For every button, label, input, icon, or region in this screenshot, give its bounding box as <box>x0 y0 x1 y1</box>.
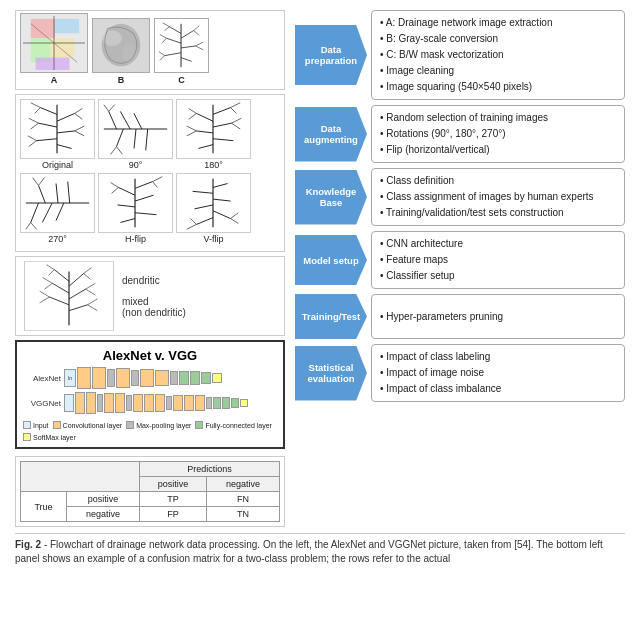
vgg-p3 <box>166 396 172 410</box>
legend-input-label: Input <box>33 422 49 429</box>
legend-pool-label: Max-pooling layer <box>136 422 191 429</box>
vgg-p2 <box>126 395 132 411</box>
content-model-setup: CNN architecture Feature maps Classifier… <box>371 231 625 289</box>
rot-label-180: 180° <box>204 160 223 170</box>
vgg-fc3 <box>231 398 239 408</box>
bullet-se-2: Impact of image noise <box>380 366 616 380</box>
confusion-box: Predictions positive negative True posit… <box>15 456 285 527</box>
top-images: A B <box>15 10 285 90</box>
block-pool1 <box>107 369 115 387</box>
dendritic-img <box>24 261 114 331</box>
rot-label-270: 270° <box>48 234 67 244</box>
bullet-tt-1: Hyper-parameters pruning <box>380 310 616 324</box>
mixed-label: mixed(non dendritic) <box>122 296 186 318</box>
right-panel: Datapreparation A: Drainage network imag… <box>291 10 625 527</box>
block-conv2 <box>92 367 106 389</box>
block-fc1 <box>179 371 189 385</box>
rot-img-hflip <box>98 173 173 233</box>
arrow-model-setup: Model setup <box>291 231 371 289</box>
arrow-shape-statistical-evaluation: Statisticalevaluation <box>295 346 367 401</box>
rot-img-vflip <box>176 173 251 233</box>
pred-positive-header: positive <box>140 477 207 492</box>
svg-point-6 <box>103 31 122 46</box>
legend-input: Input <box>23 421 49 429</box>
bullet-ms-1: CNN architecture <box>380 237 616 251</box>
legend-conv: Convolutional layer <box>53 421 123 429</box>
legend-row: Input Convolutional layer Max-pooling la… <box>23 421 277 441</box>
arrow-shape-model-setup: Model setup <box>295 235 367 285</box>
block-softmax <box>212 373 222 383</box>
block-conv1 <box>77 367 91 389</box>
rot-270: 270° <box>20 173 95 244</box>
vgg-c3 <box>104 393 114 413</box>
image-a <box>20 13 88 73</box>
arrow-data-preparation: Datapreparation <box>291 10 371 100</box>
rot-img-90 <box>98 99 173 159</box>
block-conv5 <box>155 370 169 386</box>
vgg-c4 <box>115 393 125 413</box>
actual-positive-label: positive <box>67 492 140 507</box>
rot-90: 90° <box>98 99 173 170</box>
alexnet-blocks: In <box>64 367 222 389</box>
caption-text: - Flowchart of drainage network data pro… <box>15 539 603 564</box>
rot-hflip: H-flip <box>98 173 173 244</box>
actual-negative-label: negative <box>67 507 140 522</box>
dendritic-box: dendritic mixed(non dendritic) <box>15 256 285 336</box>
block-pool2 <box>131 370 139 386</box>
bullet-ms-2: Feature maps <box>380 253 616 267</box>
bullet-dp-3: C: B/W mask vectorization <box>380 48 616 62</box>
rot-label-90: 90° <box>129 160 143 170</box>
legend-softmax: SoftMax layer <box>23 433 76 441</box>
legend-conv-label: Convolutional layer <box>63 422 123 429</box>
rot-original: Original <box>20 99 95 170</box>
bullet-kb-1: Class definition <box>380 174 616 188</box>
vgg-c1 <box>75 392 85 414</box>
block-conv4 <box>140 369 154 387</box>
block-fc2 <box>190 371 200 385</box>
vgg-c10 <box>195 395 205 411</box>
bullet-da-3: Flip (horizontal/vertical) <box>380 143 616 157</box>
step-statistical-evaluation: Statisticalevaluation Impact of class la… <box>291 344 625 402</box>
vggnet-label: VGGNet <box>23 399 61 408</box>
rot-row-1: Original <box>20 99 280 170</box>
bullet-dp-2: B: Gray-scale conversion <box>380 32 616 46</box>
block-input: In <box>64 369 76 387</box>
confusion-empty <box>21 462 140 492</box>
bullet-dp-4: Image cleaning <box>380 64 616 78</box>
step-training-test: Training/Test Hyper-parameters pruning <box>291 294 625 339</box>
rot-row-2: 270° <box>20 173 280 244</box>
content-statistical-evaluation: Impact of class labeling Impact of image… <box>371 344 625 402</box>
legend-fc-label: Fully-connected layer <box>205 422 272 429</box>
legend-input-color <box>23 421 31 429</box>
block-fc3 <box>201 372 211 384</box>
rot-vflip: V-flip <box>176 173 251 244</box>
image-c <box>154 18 209 73</box>
bullet-se-3: Impact of class imbalance <box>380 382 616 396</box>
content-data-augmenting: Random selection of training images Rota… <box>371 105 625 163</box>
bullet-kb-2: Class assignment of images by human expe… <box>380 190 616 204</box>
rot-img-180 <box>176 99 251 159</box>
vggnet-row: VGGNet <box>23 392 277 414</box>
vgg-p4 <box>206 397 212 409</box>
alexnet-row: AlexNet In <box>23 367 277 389</box>
alexnet-label: AlexNet <box>23 374 61 383</box>
block-conv3 <box>116 368 130 388</box>
figure-number: Fig. 2 <box>15 539 41 550</box>
legend-softmax-color <box>23 433 31 441</box>
vgg-c2 <box>86 392 96 414</box>
rot-label-original: Original <box>42 160 73 170</box>
step-knowledge-base: KnowledgeBase Class definition Class ass… <box>291 168 625 226</box>
step-data-augmenting: Dataaugmenting Random selection of train… <box>291 105 625 163</box>
true-positive-row: True positive TP FN <box>21 492 280 507</box>
vgg-c6 <box>144 394 154 412</box>
arrow-shape-data-augmenting: Dataaugmenting <box>295 107 367 162</box>
page: A B <box>0 0 640 576</box>
predictions-header: Predictions <box>140 462 280 477</box>
rot-label-hflip: H-flip <box>125 234 146 244</box>
legend-softmax-label: SoftMax layer <box>33 434 76 441</box>
rotations-grid: Original <box>15 94 285 252</box>
left-panel: A B <box>15 10 285 527</box>
arrow-data-augmenting: Dataaugmenting <box>291 105 371 163</box>
bullet-dp-1: A: Drainage network image extraction <box>380 16 616 30</box>
bullet-se-1: Impact of class labeling <box>380 350 616 364</box>
